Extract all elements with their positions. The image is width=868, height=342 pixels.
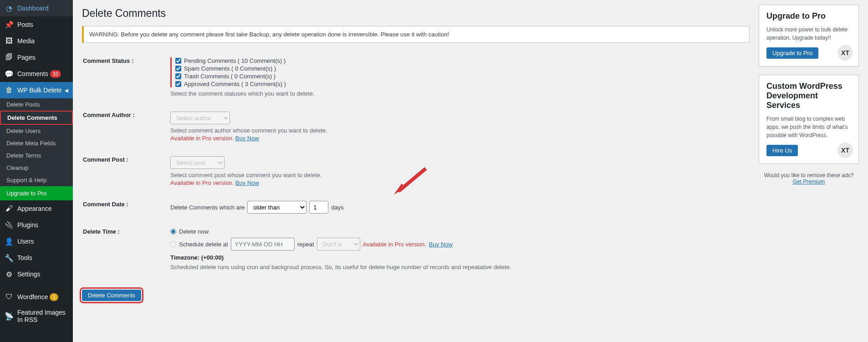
checkbox-approved[interactable] [175, 81, 181, 87]
post-label: Comment Post : [83, 152, 169, 195]
sidebar-item-comments[interactable]: 💬Comments10 [0, 66, 73, 82]
time-label: Delete Time : [83, 224, 169, 280]
dashboard-icon: ◔ [5, 4, 14, 13]
status-label: Comment Status : [83, 53, 169, 106]
settings-icon: ⚙ [5, 270, 14, 279]
radio-delete-now[interactable] [170, 229, 176, 235]
checkbox-trash[interactable] [175, 73, 181, 79]
sub-delete-meta-fields[interactable]: Delete Meta Fields [0, 137, 73, 149]
sub-upgrade-pro[interactable]: Upgrade to Pro [0, 186, 73, 200]
sub-delete-users[interactable]: Delete Users [0, 125, 73, 137]
buy-now-link3[interactable]: Buy Now [429, 241, 453, 248]
sidebar-item-wp-bulk-delete[interactable]: 🗑WP Bulk Delete◀ [0, 82, 73, 98]
upgrade-desc: Unlock more power to bulk delete operati… [766, 26, 851, 42]
dev-card: Custom WordPress Development Services Fr… [759, 75, 859, 164]
pro-text2: Available in Pro version. [170, 179, 234, 186]
sub-support-help[interactable]: Support & Help [0, 174, 73, 186]
datetime-input [231, 238, 295, 250]
post-select: Select post [170, 156, 225, 169]
radio-schedule [170, 241, 176, 247]
remove-ads-text: Would you like to remove these ads? [764, 172, 854, 179]
author-desc: Select comment author whose comment you … [170, 127, 744, 134]
status-desc: Select the comment statuses which you wa… [170, 90, 744, 97]
buy-now-link2[interactable]: Buy Now [235, 179, 259, 186]
repeat-select: Don't repeat [317, 238, 360, 250]
users-icon: 👤 [5, 237, 14, 246]
xt-logo2: XT [837, 143, 853, 158]
sidebar-item-posts[interactable]: 📌Posts [0, 16, 73, 33]
upgrade-button[interactable]: Upgrade to Pro [766, 47, 818, 59]
pages-icon: 🗐 [5, 53, 14, 62]
media-icon: 🖾 [5, 36, 14, 46]
sidebar-item-plugins[interactable]: 🔌Plugins [0, 217, 73, 233]
author-label: Comment Author : [83, 107, 169, 151]
admin-sidebar: ◔Dashboard 📌Posts 🖾Media 🗐Pages 💬Comment… [0, 0, 73, 342]
upgrade-title: Upgrade to Pro [766, 11, 851, 21]
checkbox-pending[interactable] [175, 58, 181, 64]
author-select: Select author [170, 112, 230, 124]
rss-icon: 📡 [5, 311, 14, 321]
upgrade-card: Upgrade to Pro Unlock more power to bulk… [759, 5, 859, 66]
page-title: Delete Comments [82, 7, 750, 20]
pro-text3: Available in Pro version. [363, 241, 426, 248]
warning-notice: WARNING: Before you delete any comment p… [82, 26, 750, 43]
sidebar-item-wordfence[interactable]: 🛡Wordfence1 [0, 289, 73, 305]
schedule-desc: Scheduled delete runs using cron and bac… [170, 264, 744, 271]
get-premium-link[interactable]: Get Premium [759, 179, 859, 185]
dev-desc: From small blog to complex web apps, we … [766, 115, 851, 139]
buy-now-link[interactable]: Buy Now [235, 135, 259, 142]
trash-label: Trash Comments ( 0 Comment(s) ) [184, 73, 276, 80]
timezone-text: Timezone: (+00:00) [170, 254, 744, 261]
xt-logo: XT [837, 45, 853, 61]
hire-button[interactable]: Hire Us [766, 145, 798, 156]
days-input[interactable] [309, 201, 328, 214]
post-desc: Select comment post whose comment you wa… [170, 172, 744, 179]
date-condition-select[interactable]: older than [247, 201, 306, 214]
sidebar-item-dashboard[interactable]: ◔Dashboard [0, 0, 73, 16]
sub-delete-comments[interactable]: Delete Comments [0, 111, 73, 125]
sidebar-item-settings[interactable]: ⚙Settings [0, 266, 73, 282]
sidebar-submenu: Delete Posts Delete Comments Delete User… [0, 98, 73, 200]
comments-count-badge: 10 [50, 70, 61, 78]
sub-cleanup[interactable]: Cleanup [0, 162, 73, 174]
schedule-label: Schedule delete at [179, 241, 228, 248]
sidebar-item-featured-images[interactable]: 📡Featured Images In RSS [0, 305, 73, 327]
pro-text: Available in Pro version. [170, 135, 234, 142]
sidebar-item-appearance[interactable]: 🖌Appearance [0, 200, 73, 217]
pending-label: Pending Comments ( 10 Comment(s) ) [184, 57, 286, 64]
delete-comments-button[interactable]: Delete Comments [82, 290, 141, 301]
sidebar-item-tools[interactable]: 🔧Tools [0, 250, 73, 266]
approved-label: Approved Comments ( 3 Comment(s) ) [184, 81, 286, 87]
sub-delete-posts[interactable]: Delete Posts [0, 98, 73, 111]
brush-icon: 🖌 [5, 204, 14, 213]
chevron-left-icon: ◀ [65, 88, 68, 93]
main-content: Delete Comments WARNING: Before you dele… [82, 5, 750, 324]
spam-label: Spam Comments ( 0 Comment(s) ) [184, 65, 276, 72]
trash-icon: 🗑 [5, 86, 14, 95]
checkbox-spam[interactable] [175, 66, 181, 71]
days-label: days [331, 204, 343, 211]
shield-icon: 🛡 [5, 292, 14, 301]
repeat-label: repeat [297, 241, 314, 248]
delete-now-label: Delete now [179, 228, 209, 235]
date-label: Comment Date : [83, 196, 169, 223]
sub-delete-terms[interactable]: Delete Terms [0, 149, 73, 162]
wordfence-count-badge: 1 [50, 293, 58, 301]
sidebar-item-users[interactable]: 👤Users [0, 233, 73, 250]
comments-icon: 💬 [5, 69, 14, 78]
pin-icon: 📌 [5, 20, 14, 29]
date-text: Delete Comments which are [170, 204, 245, 211]
sidebar-item-pages[interactable]: 🗐Pages [0, 49, 73, 66]
wrench-icon: 🔧 [5, 253, 14, 262]
dev-title: Custom WordPress Development Services [766, 82, 851, 110]
side-column: Upgrade to Pro Unlock more power to bulk… [759, 5, 859, 324]
plug-icon: 🔌 [5, 220, 14, 230]
sidebar-item-media[interactable]: 🖾Media [0, 33, 73, 49]
